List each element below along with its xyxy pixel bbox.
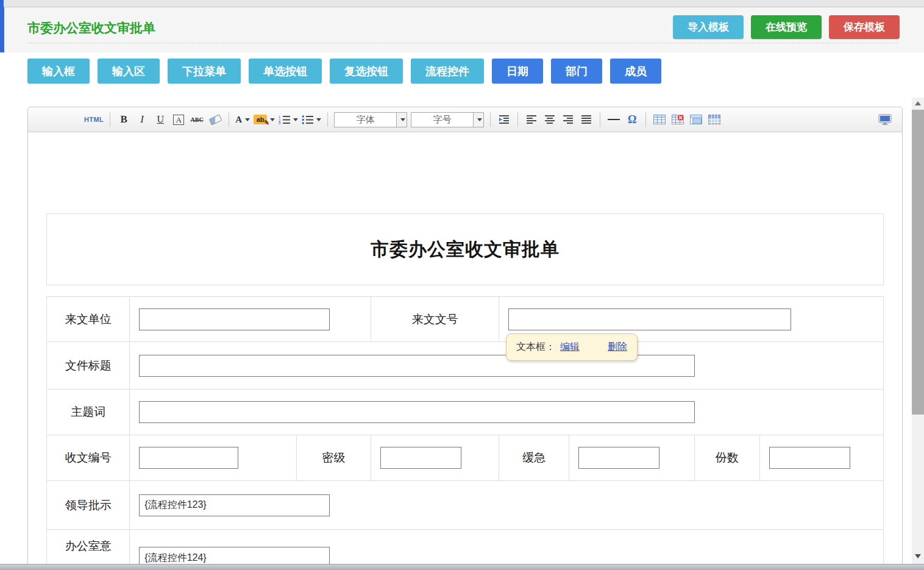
scrollbar-up-button[interactable] (912, 98, 924, 109)
strikethrough-button[interactable]: ABC (190, 112, 204, 127)
align-left-button[interactable] (524, 112, 539, 127)
palette-department-button[interactable]: 部门 (551, 59, 602, 84)
insert-table-button[interactable] (652, 112, 667, 127)
chevron-down-icon (245, 118, 250, 121)
font-family-dropdown-button[interactable] (396, 113, 407, 127)
doc-number-input[interactable] (508, 308, 791, 330)
cell-grid-button[interactable] (707, 112, 722, 127)
rich-text-editor: HTML B I U A ABC A ab 1 2 3 (27, 107, 903, 570)
bold-button[interactable]: B (116, 112, 131, 127)
justify-button[interactable] (579, 112, 594, 127)
boxed-a-icon: A (173, 115, 183, 125)
receipt-number-input[interactable] (139, 447, 238, 469)
editor-canvas[interactable]: 市委办公室收文审批单 来文单位 来文文号 文件标题 (28, 132, 902, 570)
eraser-button[interactable] (208, 112, 222, 127)
edit-link[interactable]: 编辑 (560, 341, 580, 354)
ordered-list-button[interactable]: 1 2 3 (279, 112, 298, 127)
horizontal-rule-button[interactable] (606, 112, 621, 127)
font-size-select[interactable]: 字号 (411, 112, 484, 127)
table-row: 来文单位 来文文号 (47, 297, 884, 342)
chevron-down-icon (400, 118, 405, 121)
editor-toolbar: HTML B I U A ABC A ab 1 2 3 (28, 107, 902, 132)
subject-words-label: 主题词 (47, 390, 130, 435)
toolbar-separator (490, 112, 491, 127)
doc-number-label: 来文文号 (371, 297, 499, 342)
justify-icon (581, 115, 592, 124)
tooltip-label: 文本框： (516, 341, 555, 354)
window-top-bar (0, 0, 924, 7)
delete-table-icon (672, 115, 684, 124)
document-title: 市委办公室收文审批单 (46, 213, 884, 285)
scrollbar-thumb[interactable] (912, 110, 924, 415)
palette-radio-button[interactable]: 单选按钮 (249, 59, 322, 84)
table-row: 领导批示 (47, 481, 884, 530)
top-accent (0, 0, 4, 7)
align-center-icon (545, 115, 555, 124)
secrecy-input[interactable] (380, 447, 461, 469)
palette-checkbox-button[interactable]: 复选按钮 (330, 59, 403, 84)
chevron-down-icon (316, 118, 321, 121)
left-blue-strip (0, 7, 4, 52)
leader-instructions-input[interactable] (139, 494, 330, 516)
cell-grid-icon (708, 115, 720, 124)
secrecy-cell (371, 435, 499, 481)
font-family-select[interactable]: 字体 (334, 112, 407, 127)
ordered-list-icon: 1 2 3 (279, 115, 290, 124)
chevron-down-icon (293, 118, 298, 121)
html-source-button[interactable]: HTML (84, 112, 104, 127)
scrollbar-down-button[interactable] (912, 550, 924, 561)
subject-words-cell (130, 390, 884, 435)
header-divider (27, 43, 897, 43)
delete-link[interactable]: 删除 (608, 341, 627, 354)
unordered-list-icon (302, 115, 313, 124)
fullscreen-button[interactable] (878, 112, 892, 127)
palette-member-button[interactable]: 成员 (610, 59, 661, 84)
unordered-list-button[interactable] (302, 112, 321, 127)
table-properties-icon (690, 115, 702, 124)
horizontal-rule-icon (608, 119, 620, 120)
arrow-up-icon (915, 101, 921, 105)
toolbar-separator (327, 112, 328, 127)
page-title: 市委办公室收文审批单 (27, 20, 155, 37)
italic-button[interactable]: I (135, 112, 149, 127)
import-template-button[interactable]: 导入模板 (673, 15, 744, 39)
source-unit-input[interactable] (139, 308, 330, 330)
textbox-tooltip: 文本框： 编辑 删除 (506, 333, 638, 361)
toolbar-separator (110, 112, 110, 127)
chevron-down-icon (270, 118, 275, 121)
underline-button[interactable]: U (153, 112, 168, 127)
palette-dropdown-button[interactable]: 下拉菜单 (168, 59, 241, 84)
delete-table-button[interactable] (670, 112, 685, 127)
align-right-button[interactable] (561, 112, 575, 127)
font-frame-button[interactable]: A (171, 112, 186, 127)
secrecy-label: 密级 (296, 435, 371, 481)
font-size-dropdown-button[interactable] (473, 113, 483, 127)
copies-cell (759, 435, 883, 481)
online-preview-button[interactable]: 在线预览 (751, 15, 822, 39)
palette-date-button[interactable]: 日期 (492, 59, 543, 84)
approval-form-table: 来文单位 来文文号 文件标题 主题词 (46, 296, 884, 570)
toolbar-separator (517, 112, 518, 127)
scrollbar-track[interactable] (912, 98, 924, 570)
align-center-button[interactable] (542, 112, 557, 127)
header-actions: 导入模板 在线预览 保存模板 (673, 15, 900, 39)
indent-icon (499, 115, 510, 124)
highlight-color-button[interactable]: ab (254, 112, 275, 127)
indent-button[interactable] (497, 112, 511, 127)
palette-flow-control-button[interactable]: 流程控件 (411, 59, 484, 84)
table-properties-button[interactable] (689, 112, 703, 127)
urgency-label: 缓急 (499, 435, 569, 481)
save-template-button[interactable]: 保存模板 (829, 15, 900, 39)
palette-input-box-button[interactable]: 输入框 (27, 59, 90, 84)
copies-input[interactable] (769, 447, 850, 469)
palette-input-area-button[interactable]: 输入区 (98, 59, 160, 84)
font-color-button[interactable]: A (235, 112, 250, 127)
subject-words-input[interactable] (139, 401, 695, 423)
font-color-icon: A (235, 115, 242, 125)
arrow-down-icon (915, 554, 921, 558)
highlight-icon: ab (254, 115, 267, 124)
screen: 市委办公室收文审批单 导入模板 在线预览 保存模板 输入框 输入区 下拉菜单 单… (0, 0, 924, 570)
align-left-icon (527, 115, 537, 124)
urgency-input[interactable] (578, 447, 659, 469)
special-char-button[interactable]: Ω (625, 112, 639, 127)
